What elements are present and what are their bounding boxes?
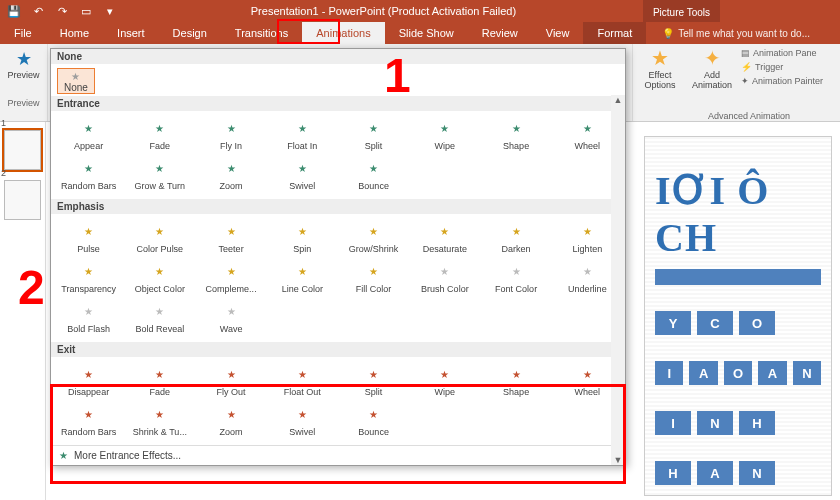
animation-wipe[interactable]: ★Wipe bbox=[409, 113, 480, 153]
animation-painter-button[interactable]: ✦Animation Painter bbox=[741, 74, 823, 88]
animation-split[interactable]: ★Split bbox=[338, 359, 409, 399]
animation-wave[interactable]: ★Wave bbox=[196, 296, 267, 336]
animation-bounce[interactable]: ★Bounce bbox=[338, 399, 409, 439]
gallery-section-emphasis: Emphasis bbox=[51, 199, 625, 214]
animation-zoom[interactable]: ★Zoom bbox=[196, 399, 267, 439]
tab-format[interactable]: Format bbox=[583, 22, 646, 44]
pane-icon: ▤ bbox=[741, 46, 750, 60]
animation-none[interactable]: ★ None bbox=[57, 68, 95, 94]
gallery-scrollbar[interactable]: ▲ ▼ bbox=[611, 95, 625, 465]
animation-shape[interactable]: ★Shape bbox=[481, 359, 552, 399]
scroll-down-icon[interactable]: ▼ bbox=[614, 455, 623, 465]
animation-fly-out[interactable]: ★Fly Out bbox=[196, 359, 267, 399]
animation-random-bars[interactable]: ★Random Bars bbox=[53, 153, 124, 193]
animation-grow-turn[interactable]: ★Grow & Turn bbox=[124, 153, 195, 193]
animation-label: Fade bbox=[124, 387, 195, 397]
advanced-group-caption: Advanced Animation bbox=[708, 111, 790, 121]
save-icon[interactable]: 💾 bbox=[8, 5, 20, 17]
animation-fly-in[interactable]: ★Fly In bbox=[196, 113, 267, 153]
preview-group-caption: Preview bbox=[0, 98, 47, 108]
tab-file[interactable]: File bbox=[0, 22, 46, 44]
star-icon: ★ bbox=[338, 260, 409, 284]
crossword-cell: O bbox=[724, 361, 752, 385]
add-animation-icon: ✦ bbox=[689, 46, 735, 70]
effect-options-button[interactable]: ★ Effect Options bbox=[637, 46, 683, 121]
crossword-row: HAN bbox=[655, 461, 821, 485]
crossword-cell: A bbox=[689, 361, 717, 385]
animation-shape[interactable]: ★Shape bbox=[481, 113, 552, 153]
animation-grow-shrink[interactable]: ★Grow/Shrink bbox=[338, 216, 409, 256]
tab-slideshow[interactable]: Slide Show bbox=[385, 22, 468, 44]
animation-transparency[interactable]: ★Transparency bbox=[53, 256, 124, 296]
animation-appear[interactable]: ★Appear bbox=[53, 113, 124, 153]
tab-design[interactable]: Design bbox=[159, 22, 221, 44]
start-slideshow-icon[interactable]: ▭ bbox=[80, 5, 92, 17]
animation-line-color[interactable]: ★Line Color bbox=[267, 256, 338, 296]
animation-disappear[interactable]: ★Disappear bbox=[53, 359, 124, 399]
slide-canvas[interactable]: IƠI Ô CH YCOIAOANINHHAN bbox=[644, 136, 832, 496]
animation-fill-color[interactable]: ★Fill Color bbox=[338, 256, 409, 296]
animation-label: Random Bars bbox=[53, 427, 124, 437]
tab-view[interactable]: View bbox=[532, 22, 584, 44]
animation-bold-flash[interactable]: ★Bold Flash bbox=[53, 296, 124, 336]
animation-label: Zoom bbox=[196, 427, 267, 437]
animation-pane-button[interactable]: ▤Animation Pane bbox=[741, 46, 823, 60]
trigger-button[interactable]: ⚡Trigger bbox=[741, 60, 823, 74]
star-icon: ★ bbox=[53, 220, 124, 244]
animation-float-in[interactable]: ★Float In bbox=[267, 113, 338, 153]
slide-thumbnail-1[interactable] bbox=[4, 130, 41, 170]
more-star-icon: ★ bbox=[59, 450, 68, 461]
slide-thumbnail-2[interactable] bbox=[4, 180, 41, 220]
animation-font-color[interactable]: ★Font Color bbox=[481, 256, 552, 296]
animation-spin[interactable]: ★Spin bbox=[267, 216, 338, 256]
animation-brush-color[interactable]: ★Brush Color bbox=[409, 256, 480, 296]
redo-icon[interactable]: ↷ bbox=[56, 5, 68, 17]
gallery-section-entrance: Entrance bbox=[51, 96, 625, 111]
animation-label: Wipe bbox=[409, 141, 480, 151]
animation-darken[interactable]: ★Darken bbox=[481, 216, 552, 256]
animation-compleme-[interactable]: ★Compleme... bbox=[196, 256, 267, 296]
animation-shrink-tu-[interactable]: ★Shrink & Tu... bbox=[124, 399, 195, 439]
tell-me-search[interactable]: 💡 Tell me what you want to do... bbox=[646, 28, 840, 39]
animation-label: Brush Color bbox=[409, 284, 480, 294]
tab-home[interactable]: Home bbox=[46, 22, 103, 44]
animation-label: Swivel bbox=[267, 427, 338, 437]
animation-bold-reveal[interactable]: ★Bold Reveal bbox=[124, 296, 195, 336]
tab-review[interactable]: Review bbox=[468, 22, 532, 44]
animation-fade[interactable]: ★Fade bbox=[124, 359, 195, 399]
animation-pulse[interactable]: ★Pulse bbox=[53, 216, 124, 256]
more-entrance-effects[interactable]: ★ More Entrance Effects... bbox=[51, 445, 625, 465]
animation-label: Bounce bbox=[338, 181, 409, 191]
animation-object-color[interactable]: ★Object Color bbox=[124, 256, 195, 296]
animation-teeter[interactable]: ★Teeter bbox=[196, 216, 267, 256]
qat-more-icon[interactable]: ▾ bbox=[104, 5, 116, 17]
animation-desaturate[interactable]: ★Desaturate bbox=[409, 216, 480, 256]
animation-label: Grow & Turn bbox=[124, 181, 195, 191]
annotation-number-2: 2 bbox=[18, 260, 45, 315]
animation-zoom[interactable]: ★Zoom bbox=[196, 153, 267, 193]
scroll-up-icon[interactable]: ▲ bbox=[614, 95, 623, 105]
animation-label: Teeter bbox=[196, 244, 267, 254]
animation-fade[interactable]: ★Fade bbox=[124, 113, 195, 153]
crossword-cell: H bbox=[739, 411, 775, 435]
preview-group[interactable]: ★ Preview Preview bbox=[0, 44, 48, 121]
animation-swivel[interactable]: ★Swivel bbox=[267, 153, 338, 193]
animation-random-bars[interactable]: ★Random Bars bbox=[53, 399, 124, 439]
animation-wipe[interactable]: ★Wipe bbox=[409, 359, 480, 399]
crossword-row: IAOAN bbox=[655, 361, 821, 385]
crossword-cell: A bbox=[697, 461, 733, 485]
gallery-section-exit: Exit bbox=[51, 342, 625, 357]
none-label: None bbox=[64, 82, 88, 93]
crossword-cell: H bbox=[655, 461, 691, 485]
title-bar: 💾 ↶ ↷ ▭ ▾ Presentation1 - PowerPoint (Pr… bbox=[0, 0, 840, 22]
animation-color-pulse[interactable]: ★Color Pulse bbox=[124, 216, 195, 256]
animation-float-out[interactable]: ★Float Out bbox=[267, 359, 338, 399]
animation-label: Pulse bbox=[53, 244, 124, 254]
undo-icon[interactable]: ↶ bbox=[32, 5, 44, 17]
animation-bounce[interactable]: ★Bounce bbox=[338, 153, 409, 193]
tab-insert[interactable]: Insert bbox=[103, 22, 159, 44]
add-animation-button[interactable]: ✦ Add Animation bbox=[689, 46, 735, 121]
animation-split[interactable]: ★Split bbox=[338, 113, 409, 153]
crossword-cell: I bbox=[655, 361, 683, 385]
animation-swivel[interactable]: ★Swivel bbox=[267, 399, 338, 439]
